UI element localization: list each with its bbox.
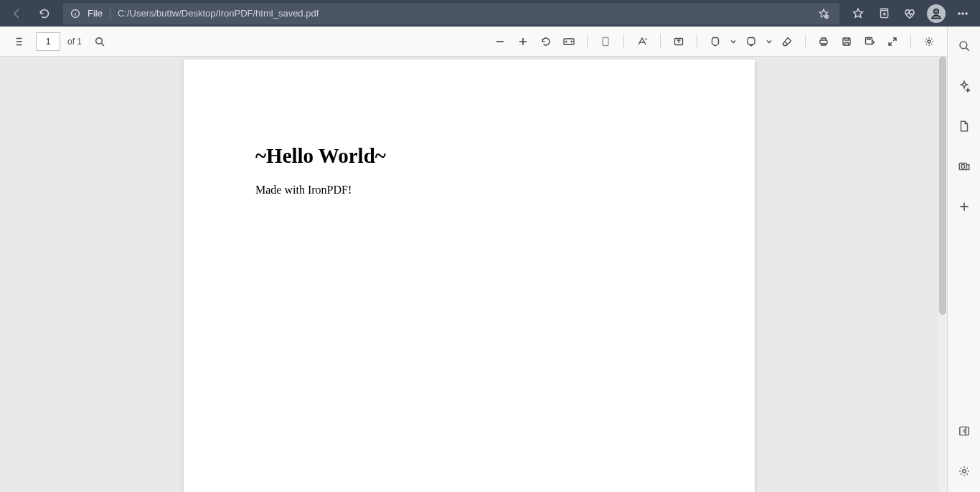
rotate-button[interactable] xyxy=(535,31,557,52)
health-button[interactable] xyxy=(897,3,923,24)
back-button[interactable] xyxy=(4,3,30,24)
panel-icon xyxy=(958,425,971,437)
zoom-in-button[interactable] xyxy=(512,31,534,52)
save-as-icon xyxy=(864,36,875,47)
svg-point-4 xyxy=(958,12,960,14)
info-icon xyxy=(70,9,80,19)
contents-button[interactable] xyxy=(7,31,29,52)
sidebar-search-button[interactable] xyxy=(952,34,976,58)
scrollbar-track[interactable] xyxy=(938,57,947,492)
settings-icon xyxy=(923,36,935,47)
read-aloud-button[interactable] xyxy=(631,31,653,52)
avatar-icon xyxy=(930,7,943,20)
page-view-button[interactable] xyxy=(595,31,616,52)
toolbar-separator xyxy=(660,34,661,49)
plus-icon xyxy=(958,200,971,213)
zoom-in-icon xyxy=(517,36,529,47)
main-row: of 1 xyxy=(0,27,980,492)
svg-point-15 xyxy=(960,42,967,49)
sidebar-panel-button[interactable] xyxy=(952,419,976,443)
browser-right-buttons xyxy=(845,3,976,24)
toolbar-separator xyxy=(587,34,588,49)
add-text-button[interactable] xyxy=(668,31,689,52)
pdf-viewport: ~Hello World~ Made with IronPDF! xyxy=(0,57,947,492)
pdf-stage[interactable]: ~Hello World~ Made with IronPDF! xyxy=(0,57,938,492)
page-view-icon xyxy=(600,36,611,47)
svg-point-19 xyxy=(962,470,966,473)
svg-point-7 xyxy=(96,37,103,44)
svg-point-14 xyxy=(928,40,930,43)
pdf-toolbar: of 1 xyxy=(0,27,947,57)
scrollbar-thumb[interactable] xyxy=(939,57,946,315)
svg-point-5 xyxy=(962,12,963,14)
svg-rect-9 xyxy=(603,37,608,45)
toolbar-separator xyxy=(910,34,911,49)
profile-avatar[interactable] xyxy=(927,4,946,23)
address-scheme-label: File xyxy=(88,8,103,19)
browser-top-bar: File C:/Users/buttw/Desktop/IronPDF/html… xyxy=(0,0,980,27)
add-favorite-icon xyxy=(818,8,829,19)
draw-button[interactable] xyxy=(705,31,726,52)
save-icon xyxy=(841,36,852,47)
sidebar-outlook-button[interactable] xyxy=(952,154,976,179)
erase-button[interactable] xyxy=(776,31,798,52)
add-favorite-button[interactable] xyxy=(815,5,832,22)
sidebar-add-button[interactable] xyxy=(952,194,976,219)
svg-rect-12 xyxy=(843,38,850,45)
zoom-out-icon xyxy=(494,36,506,47)
print-icon xyxy=(818,36,829,47)
document-body-text: Made with IronPDF! xyxy=(255,184,683,197)
svg-rect-11 xyxy=(820,40,827,44)
page-number-input[interactable] xyxy=(36,32,60,51)
gear-icon xyxy=(958,465,971,478)
zoom-out-button[interactable] xyxy=(489,31,511,52)
save-as-button[interactable] xyxy=(859,31,880,52)
contents-icon xyxy=(11,35,24,48)
pdf-settings-button[interactable] xyxy=(918,31,940,52)
pdf-page: ~Hello World~ Made with IronPDF! xyxy=(184,60,755,492)
fit-width-button[interactable] xyxy=(558,31,580,52)
favorites-button[interactable] xyxy=(845,3,871,24)
svg-rect-13 xyxy=(866,37,872,44)
collections-button[interactable] xyxy=(871,3,897,24)
right-sidebar xyxy=(947,27,980,492)
address-separator xyxy=(110,8,110,19)
full-screen-icon xyxy=(887,36,898,47)
refresh-button[interactable] xyxy=(32,3,57,24)
refresh-icon xyxy=(39,8,50,19)
toolbar-center-group xyxy=(489,31,940,52)
erase-icon xyxy=(781,36,793,47)
highlight-dropdown[interactable] xyxy=(763,31,775,52)
draw-icon xyxy=(710,36,721,47)
find-button[interactable] xyxy=(89,31,110,52)
toolbar-separator xyxy=(805,34,806,49)
find-icon xyxy=(94,36,105,47)
highlight-icon xyxy=(745,36,757,47)
save-button[interactable] xyxy=(836,31,857,52)
chevron-down-icon xyxy=(730,38,737,45)
toolbar-left-group: of 1 xyxy=(7,31,110,52)
add-text-icon xyxy=(673,36,684,47)
svg-point-3 xyxy=(934,9,939,14)
outlook-icon xyxy=(958,160,971,173)
more-button[interactable] xyxy=(950,3,976,24)
heartbeat-icon xyxy=(903,7,916,20)
svg-point-6 xyxy=(966,12,967,14)
draw-dropdown[interactable] xyxy=(727,31,739,52)
page-count-label: of 1 xyxy=(67,37,82,47)
doc-icon xyxy=(958,120,971,133)
document-heading: ~Hello World~ xyxy=(255,144,683,168)
sparkle-icon xyxy=(958,80,971,93)
sidebar-settings-button[interactable] xyxy=(952,459,976,483)
print-button[interactable] xyxy=(813,31,834,52)
rotate-icon xyxy=(540,36,552,47)
fit-width-icon xyxy=(562,36,575,47)
back-icon xyxy=(11,8,23,19)
more-icon xyxy=(956,7,969,20)
address-bar[interactable]: File C:/Users/buttw/Desktop/IronPDF/html… xyxy=(63,3,839,24)
collections-icon xyxy=(877,7,890,20)
sidebar-copilot-button[interactable] xyxy=(952,74,976,98)
highlight-button[interactable] xyxy=(740,31,762,52)
sidebar-doc-button[interactable] xyxy=(952,114,976,138)
full-screen-button[interactable] xyxy=(882,31,903,52)
